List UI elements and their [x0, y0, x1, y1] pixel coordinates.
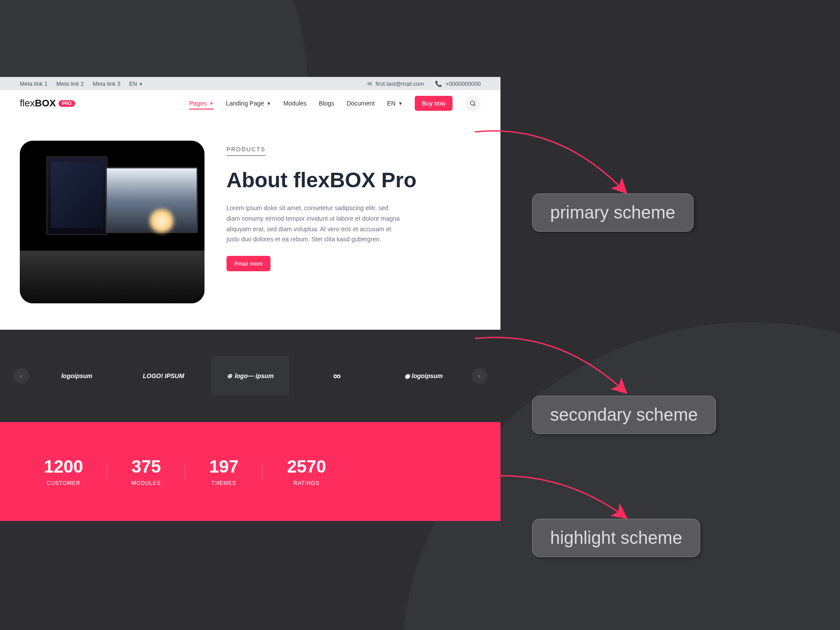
hero-title: About flexBOX Pro — [226, 167, 481, 193]
phone-text: +0000000000 — [446, 80, 481, 87]
meta-link[interactable]: Meta link 2 — [56, 80, 84, 87]
website-preview: Meta link 1 Meta link 2 Meta link 3 EN ▼… — [0, 77, 500, 521]
nav-document[interactable]: Document — [347, 100, 375, 107]
nav-modules[interactable]: Modules — [283, 100, 307, 107]
partner-logo: ⊕ logo— ipsum — [211, 356, 289, 396]
annotation-arrow — [471, 334, 633, 404]
hero-section: PRODUCTS About flexBOX Pro Lorem ipsum d… — [0, 117, 500, 330]
partner-logo: LOGO! IPSUM — [124, 363, 202, 389]
search-button[interactable] — [465, 95, 481, 111]
nav-landing[interactable]: Landing Page ▼ — [226, 100, 271, 107]
logos-prev-button[interactable]: ‹ — [13, 368, 29, 384]
read-more-button[interactable]: Read more — [226, 256, 270, 271]
stat-number: 1200 — [44, 457, 83, 477]
annotation-secondary: secondary scheme — [532, 396, 716, 434]
chevron-down-icon: ▼ — [209, 101, 214, 106]
partner-logo: ∞ — [298, 363, 376, 389]
hero-image — [20, 141, 205, 303]
phone-icon: 📞 — [435, 80, 442, 87]
logo-text: flexBOX — [20, 98, 56, 109]
topbar-email[interactable]: ✉ first.last@mail.com — [367, 80, 424, 87]
chevron-down-icon: ▼ — [398, 101, 402, 106]
hero-image-decoration — [150, 209, 174, 233]
annotation-primary: primary scheme — [532, 193, 694, 232]
stat-label: MODULES — [131, 480, 161, 486]
hero-content: PRODUCTS About flexBOX Pro Lorem ipsum d… — [226, 141, 481, 303]
hero-eyebrow: PRODUCTS — [226, 146, 266, 156]
svg-point-0 — [471, 101, 475, 105]
nav-pages[interactable]: Pages ▼ — [189, 100, 214, 109]
email-text: first.last@mail.com — [376, 80, 424, 87]
svg-line-1 — [474, 105, 475, 106]
topbar-phone[interactable]: 📞 +0000000000 — [435, 80, 481, 87]
stat-label: RATINGS — [287, 480, 326, 486]
meta-link[interactable]: Meta link 1 — [20, 80, 47, 87]
hero-image-decoration — [46, 156, 108, 235]
nav-lang[interactable]: EN ▼ — [387, 100, 402, 107]
stat-item: 375 MODULES — [107, 457, 185, 486]
stat-item: 1200 CUSTOMER — [20, 457, 107, 486]
chevron-down-icon: ▼ — [139, 82, 143, 87]
globe-icon: ⊕ — [227, 372, 232, 379]
partner-logos-section: ‹ logoipsum LOGO! IPSUM ⊕ logo— ipsum ∞ … — [0, 330, 500, 422]
hero-image-decoration — [20, 251, 205, 303]
stat-number: 2570 — [287, 457, 326, 477]
topbar-meta-links: Meta link 1 Meta link 2 Meta link 3 EN ▼ — [20, 80, 143, 87]
nav-blogs[interactable]: Blogs — [319, 100, 334, 107]
pro-badge: PRO — [58, 100, 75, 107]
hero-description: Lorem ipsum dolor sit amet, consetetur s… — [226, 203, 402, 245]
chevron-down-icon: ▼ — [267, 101, 271, 106]
stat-number: 197 — [209, 457, 239, 477]
annotation-highlight: highlight scheme — [532, 519, 700, 557]
stat-label: THEMES — [209, 480, 239, 486]
topbar: Meta link 1 Meta link 2 Meta link 3 EN ▼… — [0, 77, 500, 90]
topbar-contact: ✉ first.last@mail.com 📞 +0000000000 — [367, 80, 481, 87]
stats-section: 1200 CUSTOMER 375 MODULES 197 THEMES 257… — [0, 422, 500, 521]
search-icon — [469, 100, 476, 107]
chevron-left-icon: ‹ — [20, 372, 22, 379]
stat-item: 197 THEMES — [185, 457, 263, 486]
partner-logo: ◉ logoipsum — [385, 363, 463, 389]
stat-number: 375 — [131, 457, 161, 477]
stat-label: CUSTOMER — [44, 480, 83, 486]
main-navbar: flexBOX PRO Pages ▼ Landing Page ▼ Modul… — [0, 90, 500, 117]
buy-now-button[interactable]: Buy now — [415, 96, 453, 111]
partner-logo: logoipsum — [38, 363, 116, 389]
stat-item: 2570 RATINGS — [263, 457, 350, 486]
mail-icon: ✉ — [367, 80, 372, 87]
topbar-lang[interactable]: EN ▼ — [129, 80, 143, 87]
main-nav: Pages ▼ Landing Page ▼ Modules Blogs Doc… — [189, 95, 481, 111]
circle-icon: ◉ — [405, 372, 410, 379]
site-logo[interactable]: flexBOX PRO — [20, 98, 75, 109]
meta-link[interactable]: Meta link 3 — [93, 80, 121, 87]
